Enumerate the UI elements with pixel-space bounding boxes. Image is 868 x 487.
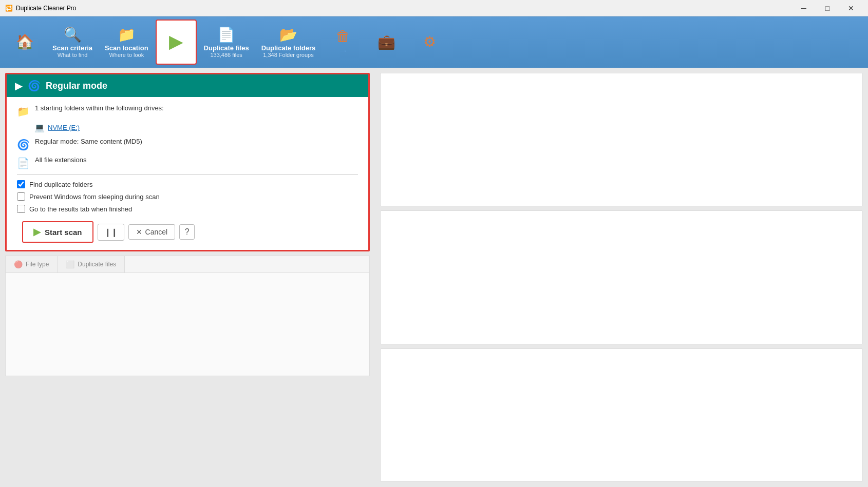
divider — [17, 174, 358, 175]
scan-location-label: Scan location — [105, 44, 148, 52]
app-icon: 🔁 — [5, 5, 13, 12]
mode-row: 🌀 Regular mode: Same content (MD5) — [17, 138, 358, 151]
go-to-results-checkbox[interactable] — [17, 205, 25, 213]
pause-icon: ❙❙ — [104, 227, 118, 237]
scan-buttons: ▶ Start scan ❙❙ ✕ Cancel ? — [17, 221, 358, 243]
close-button[interactable]: ✕ — [839, 0, 863, 16]
tab-file-type[interactable]: 🔴 File type — [6, 256, 58, 272]
app-title: Duplicate Cleaner Pro — [16, 5, 76, 12]
help-button[interactable]: ? — [179, 224, 195, 240]
go-to-results-label[interactable]: Go to the results tab when finished — [29, 205, 132, 213]
titlebar: 🔁 Duplicate Cleaner Pro ─ □ ✕ — [0, 0, 868, 16]
toolbar-settings-button[interactable]: ⚙ — [409, 20, 450, 65]
search-icon: 🔍 — [64, 26, 82, 43]
briefcase-icon: 💼 — [378, 33, 395, 50]
play-icon: ▶ — [169, 31, 183, 52]
delete-icon: 🗑 — [336, 28, 350, 45]
right-panel — [375, 68, 868, 487]
scan-panel: ▶ 🌀 Regular mode 📁 1 starting folders wi… — [5, 73, 370, 251]
starting-folders-row: 📁 1 starting folders within the followin… — [17, 104, 358, 118]
scan-panel-body: 📁 1 starting folders within the followin… — [7, 97, 368, 250]
main-content: ▶ 🌀 Regular mode 📁 1 starting folders wi… — [0, 68, 868, 487]
toolbar-scan-location-button[interactable]: 📁 Scan location Where to look — [100, 20, 154, 65]
duplicate-files-label: Duplicate files — [204, 44, 249, 52]
start-scan-label: Start scan — [45, 228, 82, 237]
folder-icon: 📁 — [118, 26, 136, 43]
starting-folders-text: 1 starting folders within the following … — [35, 104, 164, 112]
find-dup-folders-label[interactable]: Find duplicate folders — [29, 181, 93, 188]
fingerprint-mode-icon: 🌀 — [17, 139, 30, 151]
drive-link[interactable]: 💻 NVME (E:) — [34, 123, 358, 132]
tab-content — [6, 273, 369, 376]
folder-info-icon: 📁 — [17, 105, 30, 118]
cancel-label: Cancel — [145, 228, 168, 236]
duplicate-folders-label: Duplicate folders — [261, 44, 315, 52]
titlebar-controls: ─ □ ✕ — [792, 0, 863, 16]
toolbar-start-scan-button[interactable]: ▶ — [156, 20, 197, 65]
extensions-text: All file extensions — [35, 156, 86, 164]
scan-mode-title: Regular mode — [46, 81, 107, 91]
drive-icon: 💻 — [34, 123, 45, 132]
right-card-top — [380, 73, 863, 206]
find-dup-folders-checkbox[interactable] — [17, 180, 25, 188]
minimize-button[interactable]: ─ — [792, 0, 816, 16]
cancel-x-icon: ✕ — [136, 228, 142, 236]
tabs-row: 🔴 File type ⬜ Duplicate files — [6, 256, 369, 273]
pause-button[interactable]: ❙❙ — [98, 224, 124, 241]
duplicate-files-tab-label: Duplicate files — [78, 261, 116, 268]
tab-duplicate-files[interactable]: ⬜ Duplicate files — [58, 256, 125, 272]
left-panel: ▶ 🌀 Regular mode 📁 1 starting folders wi… — [0, 68, 375, 487]
right-card-bottom — [380, 348, 863, 482]
toolbar-scan-criteria-button[interactable]: 🔍 Scan criteria What to find — [47, 20, 98, 65]
play-header-icon: ▶ — [15, 80, 23, 92]
settings-icon: ⚙ — [423, 33, 436, 50]
toolbar-duplicate-folders-button[interactable]: 📂 Duplicate folders 1,348 Folder groups — [256, 20, 320, 65]
cancel-button[interactable]: ✕ Cancel — [128, 224, 176, 240]
mode-text: Regular mode: Same content (MD5) — [35, 138, 142, 145]
toolbar-duplicate-files-button[interactable]: 📄 Duplicate files 133,486 files — [199, 20, 254, 65]
prevent-sleep-label[interactable]: Prevent Windows from sleeping during sca… — [29, 193, 160, 201]
toolbar-delete-button[interactable]: 🗑 → — [323, 20, 364, 65]
duplicate-files-tab-icon: ⬜ — [66, 260, 74, 268]
find-dup-folders-row: Find duplicate folders — [17, 180, 358, 188]
start-scan-play-icon: ▶ — [33, 226, 41, 238]
toolbar-briefcase-button[interactable]: 💼 — [366, 20, 407, 65]
right-card-middle — [380, 210, 863, 344]
prevent-sleep-row: Prevent Windows from sleeping during sca… — [17, 192, 358, 201]
duplicate-folders-icon: 📂 — [279, 26, 297, 43]
duplicate-files-sublabel: 133,486 files — [210, 52, 242, 58]
go-to-results-row: Go to the results tab when finished — [17, 205, 358, 213]
scan-location-sublabel: Where to look — [109, 52, 144, 58]
maximize-button[interactable]: □ — [816, 0, 839, 16]
scan-criteria-label: Scan criteria — [52, 44, 92, 52]
fingerprint-icon: 🌀 — [28, 80, 41, 92]
help-label: ? — [185, 227, 190, 237]
scan-panel-header: ▶ 🌀 Regular mode — [7, 74, 368, 97]
file-type-tab-icon: 🔴 — [14, 260, 23, 268]
toolbar: 🏠 🔍 Scan criteria What to find 📁 Scan lo… — [0, 16, 868, 68]
drive-label[interactable]: NVME (E:) — [48, 124, 80, 131]
prevent-sleep-checkbox[interactable] — [17, 192, 25, 201]
home-icon: 🏠 — [16, 33, 34, 50]
toolbar-home-button[interactable]: 🏠 — [4, 20, 45, 65]
file-icon: 📄 — [17, 157, 30, 169]
titlebar-left: 🔁 Duplicate Cleaner Pro — [5, 5, 76, 12]
start-scan-button[interactable]: ▶ Start scan — [22, 221, 93, 243]
duplicate-files-icon: 📄 — [217, 26, 235, 43]
tabs-section: 🔴 File type ⬜ Duplicate files — [5, 256, 370, 376]
extensions-row: 📄 All file extensions — [17, 156, 358, 169]
file-type-tab-label: File type — [26, 261, 49, 268]
scan-criteria-sublabel: What to find — [58, 52, 88, 58]
duplicate-folders-sublabel: 1,348 Folder groups — [263, 52, 313, 58]
